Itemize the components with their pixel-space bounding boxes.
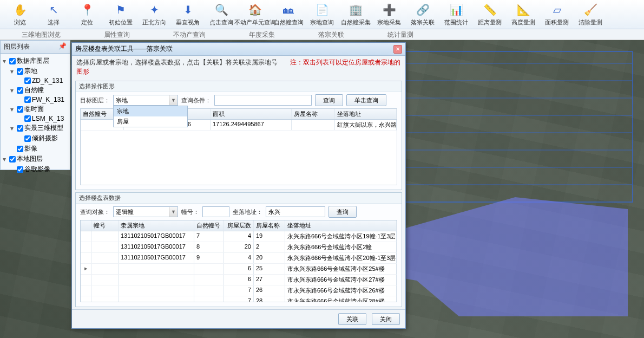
target-layer-dropdown[interactable]: 宗地 房屋	[113, 106, 188, 127]
tool-search[interactable]: 🔍点击查询	[206, 1, 237, 28]
layer-checkbox[interactable]	[24, 77, 31, 84]
tree-node[interactable]: 谷歌影像	[10, 164, 68, 174]
dropdown-option[interactable]: 房屋	[114, 116, 187, 127]
pin-icon[interactable]: 📌	[58, 42, 67, 51]
tool-compass[interactable]: ✦正北方向	[139, 1, 170, 28]
table-row[interactable]: ▸625市永兴东路666号金域蓝湾小区25#楼	[81, 264, 397, 275]
layer-checkbox[interactable]	[17, 106, 23, 113]
tool-label: 选择	[48, 18, 60, 27]
tree-node[interactable]: ▾实景三维模型	[10, 123, 68, 133]
query-button[interactable]: 查询	[315, 94, 343, 106]
tree-toggle-icon[interactable]: ▾	[10, 87, 16, 94]
tree-toggle-icon[interactable]: ▾	[3, 57, 8, 65]
col-header[interactable]: 隶属宗地	[119, 220, 194, 231]
query-cond-input[interactable]	[214, 95, 312, 106]
area-icon: ▱	[549, 2, 564, 17]
target-layer-combo[interactable]: ▼ 宗地 房屋	[113, 95, 178, 106]
col-header[interactable]: 房屋层数	[224, 220, 254, 231]
query-object-input[interactable]	[113, 206, 178, 217]
tree-node[interactable]: ▾临时面	[10, 104, 68, 114]
select-shape-fieldset: 选择操作图形 目标图层： ▼ 宗地 房屋 查询条件： 查询 单击查询 自然幢号 …	[75, 81, 402, 190]
fieldset-legend: 选择操作图形	[76, 81, 402, 92]
tool-stats[interactable]: 📊范围统计	[441, 1, 472, 28]
associate-button[interactable]: 关联	[338, 313, 366, 325]
tree-node[interactable]: ▾数据库图层	[3, 56, 68, 66]
tree-node[interactable]: ▾宗地	[10, 66, 68, 76]
layer-checkbox[interactable]	[17, 87, 23, 94]
layer-checkbox[interactable]	[24, 135, 31, 142]
select-building-fieldset: 选择楼盘表数据 查询对象： ▼ 幢号： 坐落地址： 查询 幢号 隶属宗地 自然幢…	[75, 192, 402, 307]
tool-label: 初始位置	[109, 18, 133, 27]
tool-hand[interactable]: ✋浏览	[4, 1, 36, 28]
tool-ruler[interactable]: 📏距离量测	[474, 1, 505, 28]
close-icon[interactable]: ✕	[393, 45, 402, 54]
tool-clear[interactable]: 🧹清除量测	[575, 1, 606, 28]
layer-checkbox[interactable]	[17, 125, 23, 132]
tree-node[interactable]: ▾本地图层	[3, 154, 68, 164]
table-row[interactable]: 627市永兴东路666号金域蓝湾小区27#楼	[81, 275, 397, 285]
pin-icon: 📍	[80, 2, 95, 17]
tool-label: 落宗关联	[411, 18, 435, 27]
query-button[interactable]: 查询	[328, 206, 357, 218]
tool-pin[interactable]: 📍定位	[71, 1, 103, 28]
tool-house[interactable]: 🏠不动产单元查询	[239, 1, 271, 28]
table-row[interactable]: 131102105017GB000177419永兴东路666号金域蓝湾小区19幢…	[81, 231, 397, 242]
table-row[interactable]: 728市永兴东路666号金域蓝湾小区28#楼	[81, 296, 397, 302]
tool-arrow[interactable]: ↖选择	[38, 1, 69, 28]
tree-node[interactable]: ▾自然幢	[10, 85, 68, 95]
target-layer-input[interactable]	[113, 95, 178, 106]
chevron-down-icon[interactable]: ▼	[169, 207, 178, 217]
layer-checkbox[interactable]	[9, 156, 16, 162]
tool-plus[interactable]: ➕宗地采集	[373, 1, 405, 28]
col-header[interactable]: 自然幢号	[194, 220, 224, 231]
layer-checkbox[interactable]	[9, 58, 16, 64]
tool-link[interactable]: 🔗落宗关联	[407, 1, 438, 28]
single-query-button[interactable]: 单击查询	[346, 94, 386, 106]
col-header[interactable]: 面积	[211, 109, 292, 119]
layer-checkbox[interactable]	[24, 115, 31, 122]
layer-checkbox[interactable]	[24, 96, 31, 103]
building-no-input[interactable]	[202, 206, 229, 217]
col-header[interactable]: 房屋名称	[254, 220, 285, 231]
tool-label: 浏览	[14, 18, 26, 27]
tool-height[interactable]: 📐高度量测	[508, 1, 539, 28]
panel-title: 图层列表	[4, 42, 30, 51]
col-header[interactable]: 房屋名称	[292, 109, 335, 119]
tool-area[interactable]: ▱面积量测	[541, 1, 573, 28]
col-header[interactable]: 坐落地址	[335, 109, 397, 119]
search-icon: 🔍	[214, 2, 229, 17]
dropdown-option[interactable]: 宗地	[114, 106, 187, 116]
query-object-combo[interactable]: ▼	[113, 206, 178, 217]
building-result-grid[interactable]: 幢号 隶属宗地 自然幢号 房屋层数 房屋名称 坐落地址 131102105017…	[80, 220, 397, 302]
dialog-titlebar[interactable]: 房屋楼盘表关联工具——落宗关联 ✕	[72, 43, 405, 56]
tree-node[interactable]: 影像	[10, 144, 68, 154]
tree-node[interactable]: 倾斜摄影	[18, 133, 68, 144]
tree-toggle-icon[interactable]: ▾	[10, 106, 16, 113]
tree-toggle-icon[interactable]: ▾	[10, 68, 16, 75]
tool-build[interactable]: 🏢自然幢采集	[340, 1, 371, 28]
tool-flag[interactable]: ⚑初始位置	[105, 1, 136, 28]
table-row[interactable]: 726市永兴东路666号金域蓝湾小区26#楼	[81, 285, 397, 296]
layer-checkbox[interactable]	[17, 166, 23, 173]
col-header[interactable]: 幢号	[91, 220, 119, 231]
tree-node[interactable]: FW_K_131	[18, 95, 68, 104]
main-toolbar: ✋浏览↖选择📍定位⚑初始位置✦正北方向⬇垂直视角🔍点击查询🏠不动产单元查询🏘自然…	[0, 0, 644, 29]
col-header[interactable]: 坐落地址	[285, 220, 397, 231]
table-row[interactable]: 131102105017GB000178202永兴东路666号金域蓝湾小区2幢	[81, 242, 397, 253]
layer-checkbox[interactable]	[17, 68, 23, 75]
tool-house2[interactable]: 🏘自然幢查询	[273, 1, 304, 28]
tool-doc[interactable]: 📄宗地查询	[306, 1, 338, 28]
address-input[interactable]	[266, 206, 325, 217]
close-button[interactable]: 关闭	[372, 313, 400, 325]
tool-down[interactable]: ⬇垂直视角	[172, 1, 203, 28]
tree-toggle-icon[interactable]: ▾	[10, 125, 16, 132]
luozong-dialog: 房屋楼盘表关联工具——落宗关联 ✕ 选择房屋或者宗地，选择楼盘表数据，点击【关联…	[71, 42, 406, 329]
layer-tree[interactable]: ▾数据库图层▾宗地ZD_K_131▾自然幢FW_K_131▾临时面LSM_K_1…	[1, 54, 70, 177]
layer-checkbox[interactable]	[17, 146, 23, 152]
chevron-down-icon[interactable]: ▼	[169, 95, 178, 105]
tree-node[interactable]: ZD_K_131	[18, 76, 68, 85]
tree-node[interactable]: LSM_K_13	[18, 114, 68, 123]
table-row[interactable]: 131102105017GB000179420永兴东路666号金域蓝湾小区20幢…	[81, 253, 397, 264]
stats-icon: 📊	[449, 2, 464, 17]
tree-toggle-icon[interactable]: ▾	[3, 155, 8, 163]
